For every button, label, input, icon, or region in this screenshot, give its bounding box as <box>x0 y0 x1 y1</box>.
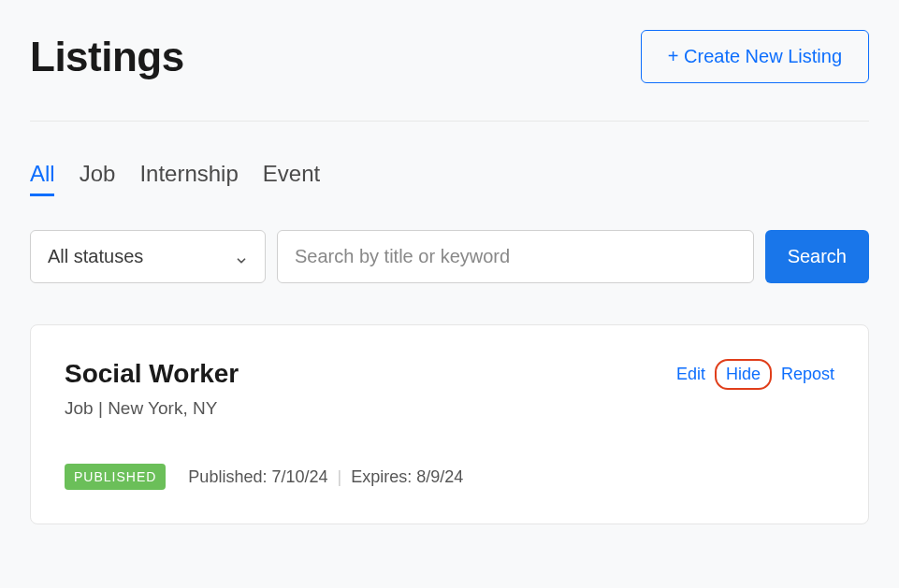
tabs-container: All Job Internship Event <box>30 161 869 196</box>
filters-row: All statuses Search <box>30 230 869 283</box>
page-title: Listings <box>30 34 184 80</box>
published-label: Published: <box>188 467 271 486</box>
date-divider: | <box>337 467 341 486</box>
expires-label: Expires: <box>351 467 416 486</box>
subtitle-divider: | <box>94 398 109 418</box>
chevron-down-icon <box>235 251 248 264</box>
expires-date: 8/9/24 <box>416 467 463 486</box>
status-select-label: All statuses <box>48 246 143 267</box>
tab-internship[interactable]: Internship <box>139 161 238 196</box>
edit-action[interactable]: Edit <box>676 365 705 384</box>
hide-action[interactable]: Hide <box>715 359 772 390</box>
tab-all[interactable]: All <box>30 161 55 196</box>
search-input[interactable] <box>277 230 754 283</box>
listing-subtitle: Job | New York, NY <box>65 398 239 419</box>
tab-event[interactable]: Event <box>263 161 320 196</box>
listing-actions: Edit Hide Repost <box>676 359 834 390</box>
status-select[interactable]: All statuses <box>30 230 266 283</box>
create-new-listing-button[interactable]: + Create New Listing <box>641 30 869 83</box>
date-info: Published: 7/10/24|Expires: 8/9/24 <box>188 467 463 487</box>
listing-location: New York, NY <box>108 398 217 418</box>
listing-title: Social Worker <box>65 359 239 389</box>
published-date: 7/10/24 <box>271 467 327 486</box>
search-button[interactable]: Search <box>765 230 869 283</box>
repost-action[interactable]: Repost <box>781 365 834 384</box>
tab-job[interactable]: Job <box>80 161 116 196</box>
listing-type: Job <box>65 398 94 418</box>
status-badge: PUBLISHED <box>65 464 166 490</box>
listing-card: Social Worker Job | New York, NY Edit Hi… <box>30 324 869 524</box>
